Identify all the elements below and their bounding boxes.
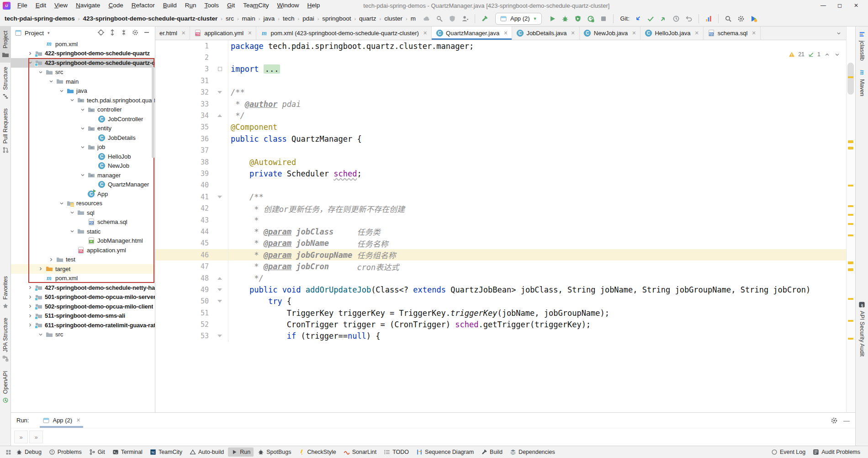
code-line[interactable]: 31 [155,75,846,86]
tree-row[interactable]: controller [11,105,155,115]
next-warning-icon[interactable] [833,51,841,58]
close-icon[interactable]: ✕ [503,30,508,36]
tree-row[interactable]: SQLschema.sql [11,218,155,227]
run-tab[interactable]: App (2) ✕ [40,413,83,428]
editor-tab[interactable]: CQuartzManager.java✕ [432,27,512,40]
editor-tab[interactable]: SQLschema.sql✕ [704,27,761,40]
coverage-button[interactable] [572,13,584,25]
code-line[interactable]: 44 * @param jobClass 任务类 [155,226,846,237]
close-icon[interactable]: ✕ [76,417,80,423]
fold-marker-icon[interactable] [217,91,222,94]
tree-row[interactable]: static [11,227,155,236]
code-line[interactable]: 38 @Autowired [155,156,846,168]
code-line[interactable]: 41 /** [155,191,846,202]
breadcrumb-item[interactable]: 423-springboot-demo-schedule-quartz-clus… [83,15,217,22]
chevron-down-icon[interactable] [78,172,87,178]
git-commit-button[interactable] [644,13,657,25]
tree-row[interactable]: job [11,143,155,152]
editor-tab[interactable]: CHelloJob.java✕ [640,27,703,40]
chevron-down-icon[interactable] [36,69,45,75]
code-line[interactable]: 51 TriggerKey triggerKey = TriggerKey.tr… [155,307,846,319]
tree-row[interactable]: src [11,330,155,340]
collapse-all-button[interactable] [120,29,127,37]
search-button[interactable] [722,13,735,25]
breadcrumb-item[interactable]: quartz [359,15,376,22]
tree-row[interactable]: test [11,255,155,265]
error-stripe[interactable] [846,27,855,412]
code-line[interactable]: 34 */ [155,110,846,121]
menu-code[interactable]: Code [104,0,127,11]
git-push-button[interactable] [657,13,670,25]
code-line[interactable]: 50 try { [155,296,846,307]
menu-window[interactable]: Window [273,0,303,11]
fold-marker-icon[interactable] [218,67,222,71]
chevron-down-icon[interactable] [78,107,87,112]
tree-row[interactable]: HJobManager.html [11,236,155,246]
code-line[interactable]: 32/** [155,87,846,98]
search-gear-button[interactable] [433,13,446,25]
statusbar-todo[interactable]: TODO [381,447,412,457]
project-panel-title[interactable]: Project [25,30,44,37]
breadcrumb-item[interactable]: tech [283,15,295,22]
menu-edit[interactable]: Edit [32,0,50,11]
minimize-button[interactable]: — [815,0,831,11]
chevron-right-icon[interactable] [25,285,35,290]
debug-button[interactable] [559,13,572,25]
chevron-down-icon[interactable] [36,332,45,337]
tree-row[interactable]: mpom.xml [11,39,155,49]
code-line[interactable]: 33 * @author pdai [155,98,846,110]
toolwindow-tab-jclasslib[interactable]: jclasslib [856,27,868,65]
breadcrumb-item[interactable]: m [411,15,416,22]
tree-row[interactable]: 611-springboot-demo-ratelimit-guava-rate… [11,320,155,330]
panel-settings-button[interactable] [132,29,139,37]
breadcrumb-item[interactable]: springboot [322,15,351,22]
tree-row[interactable]: CQuartzManager [11,180,155,190]
hide-panel-icon[interactable]: — [843,417,850,424]
tree-row[interactable]: tech.pdai.springboot.quartz.clust [11,96,155,105]
inspection-widget[interactable]: 21 1 [786,50,842,59]
fold-marker-icon[interactable] [217,114,222,117]
menu-run[interactable]: Run [181,0,201,11]
close-icon[interactable]: ✕ [423,30,427,36]
tree-row[interactable]: CApp [11,189,155,199]
cloud-button[interactable] [420,13,433,25]
git-update-button[interactable] [631,13,644,25]
tree-row[interactable]: 427-springboot-demo-schedule-netty-hash [11,283,155,293]
statusbar-spotbugs[interactable]: SpotBugs [254,447,294,457]
expand-all-button[interactable] [109,29,116,37]
code-line[interactable]: 40 [155,180,846,191]
rollback-button[interactable] [683,13,695,25]
code-line[interactable]: 39 private Scheduler sched; [155,168,846,179]
editor-tab[interactable]: YMLapplication.yml✕ [190,27,256,40]
code-editor[interactable]: 1package tech.pdai.springboot.quartz.clu… [155,40,846,412]
breadcrumb-item[interactable]: pdai [302,15,314,22]
statusbar-sequence-diagram[interactable]: Sequence Diagram [413,447,477,457]
profiler-button[interactable] [584,13,597,25]
chevron-down-icon[interactable] [67,97,77,103]
breadcrumb-item[interactable]: tech-pdai-spring-demos [5,15,75,22]
tree-row[interactable]: CJobDetails [11,133,155,143]
chevron-right-icon[interactable] [46,257,56,262]
project-tree[interactable]: mpom.xml422-springboot-demo-schedule-qua… [11,39,155,412]
settings-button[interactable] [735,13,747,25]
fold-marker-icon[interactable] [217,196,222,198]
code-line[interactable]: 53 if (trigger==null) { [155,330,846,342]
close-button[interactable]: ✕ [848,0,864,11]
codewithme-button[interactable] [747,13,760,25]
tree-row[interactable]: entity [11,124,155,133]
menu-teamcity[interactable]: TeamCity [239,0,273,11]
statusbar-terminal[interactable]: Terminal [109,447,146,457]
chevron-down-icon[interactable] [78,144,87,150]
code-line[interactable]: 42 * 创建or更新任务，存在则更新不存在创建 [155,202,846,214]
locate-button[interactable] [97,29,105,37]
chevron-right-icon[interactable] [25,51,35,56]
code-line[interactable]: 1package tech.pdai.springboot.quartz.clu… [155,40,846,52]
close-icon[interactable]: ✕ [752,30,756,36]
statusbar-build[interactable]: Build [478,447,506,457]
statusbar-audit-problems[interactable]: Audit Problems [810,447,863,457]
tree-row[interactable]: mpom.xml [11,274,155,283]
chevron-right-icon[interactable] [25,294,35,300]
statusbar-run[interactable]: Run [228,447,254,457]
tree-row[interactable]: manager [11,170,155,180]
toolwindow-tab-favorites[interactable]: Favorites [0,272,11,314]
